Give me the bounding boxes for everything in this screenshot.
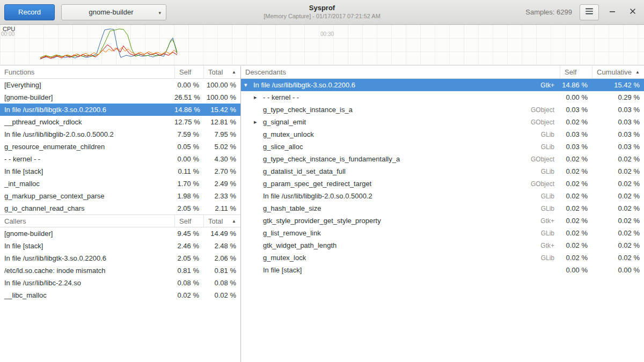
cell-descendant-name: gtk_style_provider_get_style_property xyxy=(263,217,381,225)
cell-total-percent: 0.81 % xyxy=(203,267,240,275)
descendant-row[interactable]: g_slice_allocGLib0.03 %0.03 % xyxy=(241,141,644,153)
function-row[interactable]: _int_malloc1.70 %2.49 % xyxy=(0,178,240,190)
function-row[interactable]: - - kernel - -0.00 %4.30 % xyxy=(0,153,240,165)
close-icon xyxy=(628,7,637,17)
cell-total-percent: 2.11 % xyxy=(203,204,240,212)
cell-total-percent: 100.00 % xyxy=(203,93,240,101)
sort-indicator-icon: ▲ xyxy=(230,70,236,75)
cell-function-name: /etc/ld.so.cache: inode mismatch xyxy=(0,267,174,275)
column-label: Functions xyxy=(4,68,34,76)
cell-function-name: In file /usr/lib/libc-2.24.so xyxy=(0,279,174,287)
expander-collapsed-icon[interactable]: ▸ xyxy=(254,94,263,100)
column-label: Total xyxy=(208,68,223,76)
caller-row[interactable]: [gnome-builder]9.45 %14.49 % xyxy=(0,227,240,240)
cell-self-percent: 2.05 % xyxy=(174,204,203,212)
cell-library-name: GLib xyxy=(537,143,560,151)
descendant-row[interactable]: g_param_spec_get_redirect_targetGObject0… xyxy=(241,178,644,190)
descendants-table-body: ▾In file /usr/lib/libgtk-3.so.0.2200.6Gt… xyxy=(241,79,644,276)
function-row[interactable]: [gnome-builder]26.51 %100.00 % xyxy=(0,91,240,104)
capture-subtitle: [Memory Capture] - 01/17/2017 07:21:52 A… xyxy=(264,12,380,20)
functions-column-header[interactable]: Functions xyxy=(0,66,174,78)
caller-row[interactable]: /etc/ld.so.cache: inode mismatch0.81 %0.… xyxy=(0,264,240,277)
cell-self-percent: 14.86 % xyxy=(560,81,592,89)
descendant-row[interactable]: g_datalist_id_set_data_fullGLib0.02 %0.0… xyxy=(241,165,644,178)
functions-total-column-header[interactable]: Total ▲ xyxy=(203,66,240,78)
cell-function-name: _int_malloc xyxy=(0,180,174,188)
descendant-row[interactable]: ▸g_signal_emitGObject0.02 %0.03 % xyxy=(241,116,644,128)
descendant-row[interactable]: g_hash_table_sizeGLib0.02 %0.02 % xyxy=(241,202,644,215)
cell-self-percent: 0.02 % xyxy=(560,241,592,249)
process-selector[interactable]: gnome-builder ▾ xyxy=(61,4,166,20)
descendant-row[interactable]: g_type_check_instance_is_aGObject0.03 %0… xyxy=(241,104,644,116)
cell-self-percent: 0.00 % xyxy=(560,93,592,101)
cell-self-percent: 0.02 % xyxy=(560,254,592,262)
callers-column-header[interactable]: Callers xyxy=(0,215,174,227)
function-row[interactable]: g_io_channel_read_chars2.05 %2.11 % xyxy=(0,202,240,215)
expander-collapsed-icon[interactable]: ▸ xyxy=(254,119,263,125)
descendant-row[interactable]: gtk_style_provider_get_style_propertyGtk… xyxy=(241,215,644,227)
column-label: Self xyxy=(179,68,191,76)
column-label: Callers xyxy=(4,217,26,225)
caller-row[interactable]: In file [stack]2.46 %2.48 % xyxy=(0,240,240,252)
cell-function-name: [gnome-builder] xyxy=(0,93,174,101)
descendant-row[interactable]: g_mutex_unlockGLib0.03 %0.03 % xyxy=(241,128,644,141)
caller-row[interactable]: In file /usr/lib/libgtk-3.so.0.2200.62.0… xyxy=(0,252,240,264)
window-title-area: Sysprof [Memory Capture] - 01/17/2017 07… xyxy=(264,4,380,20)
descendants-cumulative-column-header[interactable]: Cumulative ▲ xyxy=(592,66,644,78)
cell-cumulative-percent: 0.02 % xyxy=(592,180,644,188)
caller-row[interactable]: __libc_malloc0.02 %0.02 % xyxy=(0,289,240,301)
cell-function-name: - - kernel - - xyxy=(0,155,174,163)
cell-self-percent: 0.05 % xyxy=(174,143,203,151)
cell-self-percent: 0.02 % xyxy=(560,167,592,175)
expander-expanded-icon[interactable]: ▾ xyxy=(244,82,253,88)
descendants-self-column-header[interactable]: Self xyxy=(560,66,592,78)
cell-cumulative-percent: 0.00 % xyxy=(592,266,644,274)
header-bar: Record gnome-builder ▾ Sysprof [Memory C… xyxy=(0,0,644,25)
record-button[interactable]: Record xyxy=(4,4,55,20)
descendant-row[interactable]: g_mutex_lockGLib0.02 %0.02 % xyxy=(241,252,644,264)
descendant-row[interactable]: g_type_check_instance_is_fundamentally_a… xyxy=(241,153,644,165)
cell-self-percent: 0.03 % xyxy=(560,130,592,138)
cell-cumulative-percent: 0.02 % xyxy=(592,204,644,212)
callers-total-column-header[interactable]: Total ▲ xyxy=(203,215,240,227)
function-row[interactable]: __pthread_rwlock_rdlock12.75 %12.81 % xyxy=(0,116,240,128)
cell-library-name: Gtk+ xyxy=(536,82,560,89)
descendant-row[interactable]: In file /usr/lib/libglib-2.0.so.0.5000.2… xyxy=(241,190,644,202)
cell-self-percent: 12.75 % xyxy=(174,118,203,126)
time-label-mid: 00:30 xyxy=(320,31,334,37)
functions-self-column-header[interactable]: Self xyxy=(174,66,203,78)
function-row[interactable]: [Everything]0.00 %100.00 % xyxy=(0,79,240,91)
close-button[interactable] xyxy=(626,5,640,19)
cell-library-name: GLib xyxy=(537,230,560,237)
callers-self-column-header[interactable]: Self xyxy=(174,215,203,227)
cpu-graph[interactable]: CPU 00:00 00:30 xyxy=(0,25,644,65)
descendant-row[interactable]: In file [stack]0.00 %0.00 % xyxy=(241,264,644,276)
descendant-row[interactable]: g_list_remove_linkGLib0.02 %0.02 % xyxy=(241,227,644,239)
cell-library-name: GLib xyxy=(537,131,560,138)
function-row[interactable]: In file /usr/lib/libgtk-3.so.0.2200.614.… xyxy=(0,104,240,116)
cell-cumulative-percent: 0.03 % xyxy=(592,143,644,151)
minimize-icon xyxy=(608,7,617,17)
function-row[interactable]: In file [stack]0.11 %2.70 % xyxy=(0,165,240,178)
descendant-row[interactable]: ▸- - kernel - -0.00 %0.29 % xyxy=(241,91,644,104)
callers-table-header: Callers Self Total ▲ xyxy=(0,215,240,227)
caller-row[interactable]: In file /usr/lib/libc-2.24.so0.08 %0.08 … xyxy=(0,277,240,289)
cell-total-percent: 2.33 % xyxy=(203,192,240,200)
minimize-button[interactable] xyxy=(605,5,619,19)
function-row[interactable]: g_resource_enumerate_children0.05 %5.02 … xyxy=(0,141,240,153)
descendant-row[interactable]: gtk_widget_path_lengthGtk+0.02 %0.02 % xyxy=(241,239,644,252)
functions-table-body: [Everything]0.00 %100.00 %[gnome-builder… xyxy=(0,79,240,215)
callers-table-body: [gnome-builder]9.45 %14.49 %In file [sta… xyxy=(0,227,240,301)
cell-total-percent: 100.00 % xyxy=(203,81,240,89)
cell-self-percent: 0.08 % xyxy=(174,279,203,287)
cell-descendant-name: In file [stack] xyxy=(263,266,302,274)
descendants-column-header[interactable]: Descendants xyxy=(241,66,560,78)
function-row[interactable]: g_markup_parse_context_parse1.98 %2.33 % xyxy=(0,190,240,202)
menu-button[interactable] xyxy=(580,4,599,20)
cell-cumulative-percent: 0.03 % xyxy=(592,118,644,126)
function-row[interactable]: In file /usr/lib/libglib-2.0.so.0.5000.2… xyxy=(0,128,240,141)
descendant-row[interactable]: ▾In file /usr/lib/libgtk-3.so.0.2200.6Gt… xyxy=(241,79,644,91)
cell-library-name: GObject xyxy=(526,106,560,114)
cpu-blue-line xyxy=(40,29,177,58)
cell-total-percent: 0.08 % xyxy=(203,279,240,287)
